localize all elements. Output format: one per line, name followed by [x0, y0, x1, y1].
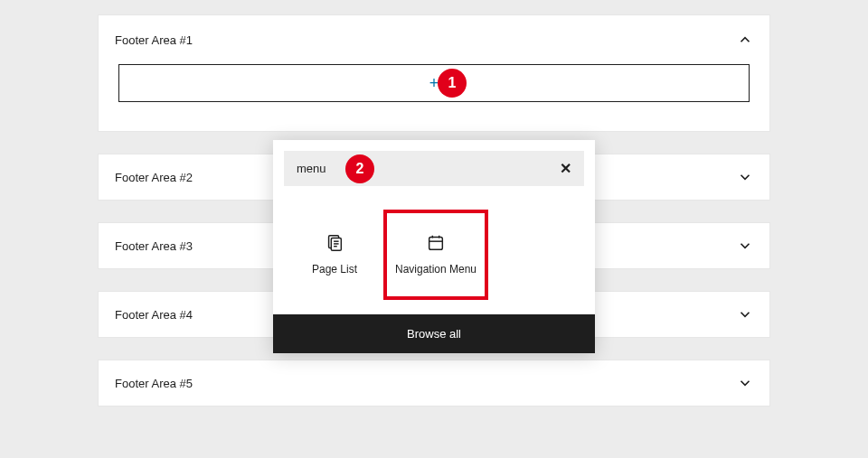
panel-title: Footer Area #1 [115, 33, 193, 47]
block-option-navigation-menu[interactable]: Navigation Menu [385, 211, 486, 298]
widget-area-panel-expanded: Footer Area #1 + 1 [98, 14, 770, 132]
panel-title: Footer Area #4 [115, 308, 193, 322]
block-label: Navigation Menu [395, 263, 476, 277]
browse-all-button[interactable]: Browse all [273, 314, 595, 353]
svg-rect-5 [429, 238, 443, 250]
block-inserter-popup: ✕ 2 Page List [273, 140, 595, 353]
panel-title: Footer Area #5 [115, 377, 193, 390]
annotation-marker-2: 2 [345, 154, 374, 183]
panel-header[interactable]: Footer Area #1 [115, 32, 753, 64]
clear-search-button[interactable]: ✕ [560, 160, 571, 177]
chevron-down-icon [737, 306, 753, 322]
block-label: Page List [312, 263, 357, 277]
panel-title: Footer Area #3 [115, 239, 193, 253]
close-icon: ✕ [560, 161, 571, 176]
page-list-icon [324, 232, 345, 254]
panel-title: Footer Area #2 [115, 171, 193, 184]
search-box: ✕ 2 [284, 151, 584, 186]
chevron-down-icon [737, 375, 753, 391]
chevron-down-icon [737, 169, 753, 185]
annotation-marker-1: 1 [438, 69, 467, 98]
block-option-page-list[interactable]: Page List [284, 211, 385, 298]
widget-area-panel: Footer Area #5 [98, 360, 770, 407]
panel-header[interactable]: Footer Area #5 [99, 360, 769, 406]
chevron-down-icon [737, 238, 753, 254]
add-block-slot[interactable]: + 1 [118, 64, 750, 102]
block-search-input[interactable] [297, 162, 560, 175]
navigation-menu-icon [425, 232, 447, 254]
chevron-up-icon [737, 32, 753, 48]
